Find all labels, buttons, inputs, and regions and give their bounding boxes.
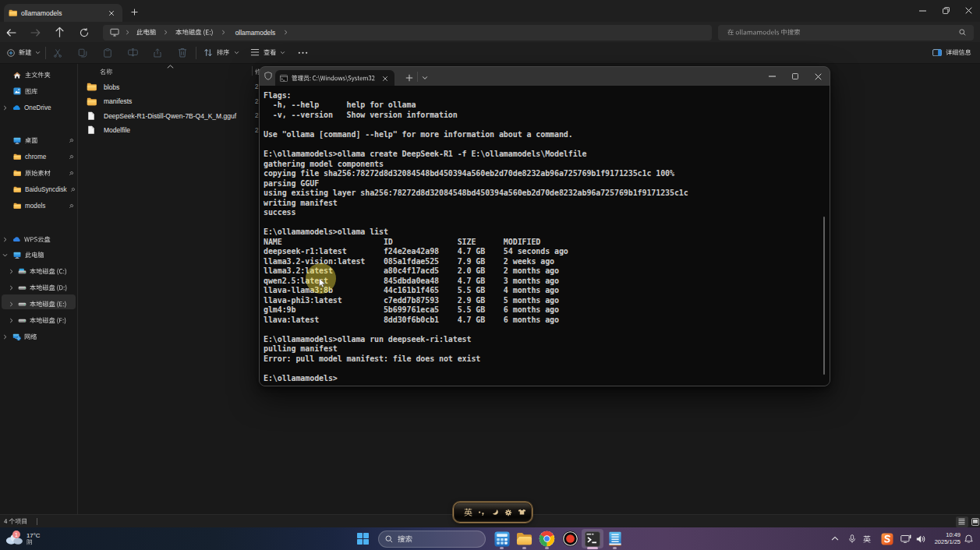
tray-notification-bell[interactable] [961, 531, 975, 547]
taskbar-search-placeholder [398, 535, 412, 543]
terminal-new-tab-button[interactable] [405, 74, 413, 82]
ime-punctuation-icon[interactable] [478, 510, 485, 517]
taskbar-search-box[interactable] [378, 531, 486, 548]
tray-speaker-icon[interactable] [914, 531, 928, 547]
breadcrumb-drive-e[interactable] [175, 29, 213, 35]
bell-icon [964, 534, 973, 544]
sidebar-item-baidusyncdisk[interactable]: BaiduSyncdisk [0, 182, 77, 197]
weather-widget[interactable]: 1 17°C [5, 527, 40, 550]
sidebar-item-drive-d[interactable] [0, 280, 77, 296]
back-arrow-icon [6, 29, 16, 37]
sidebar-item-gallery[interactable] [0, 83, 77, 99]
ime-skin-shirt-icon[interactable] [518, 509, 526, 515]
nav-forward-button[interactable] [27, 24, 44, 41]
details-view-button[interactable] [956, 517, 968, 527]
tray-sogou-icon[interactable] [880, 532, 893, 545]
share-button[interactable] [147, 48, 168, 58]
sidebar-item-wps-cloud[interactable] [0, 231, 77, 247]
tray-microphone-icon[interactable] [845, 531, 858, 547]
tray-clock[interactable]: 10:49 2025/1/25 [929, 531, 961, 547]
window-close-button[interactable] [957, 0, 980, 21]
display-device-icon [900, 534, 911, 543]
taskbar-app-recorder[interactable] [561, 530, 579, 548]
tray-date: 2025/1/25 [929, 538, 961, 546]
breadcrumb-chevron-icon [125, 30, 130, 35]
explorer-sidebar: OneDrive chrome BaiduSyncdisk [0, 64, 77, 514]
sogou-logo-icon [881, 533, 893, 545]
search-box[interactable] [718, 25, 974, 41]
terminal-tab-close-icon[interactable] [382, 76, 388, 82]
sidebar-item-models[interactable]: models [0, 198, 77, 213]
terminal-maximize-button[interactable] [784, 67, 806, 86]
sidebar-item-this-pc[interactable] [0, 248, 77, 263]
sidebar-item-chrome-folder[interactable]: chrome [0, 150, 77, 165]
mouse-cursor [319, 278, 326, 287]
window-minimize-button[interactable] [911, 0, 934, 21]
sidebar-item-onedrive[interactable]: OneDrive [0, 100, 77, 115]
breadcrumb-folder[interactable]: ollamamodels [235, 29, 276, 37]
sidebar-item-drive-c[interactable] [0, 264, 77, 280]
terminal-tab-divider [417, 72, 418, 82]
new-tab-button[interactable] [131, 9, 138, 16]
chevron-right-icon [2, 237, 8, 242]
sidebar-item-raw-materials[interactable] [0, 165, 77, 181]
view-button[interactable] [250, 48, 285, 56]
cut-button[interactable] [48, 48, 68, 58]
delete-button[interactable] [172, 48, 193, 58]
sidebar-item-label [30, 284, 67, 291]
taskbar-app-terminal[interactable] [584, 530, 602, 548]
tab-close-icon[interactable] [108, 10, 115, 16]
taskbar-app-chrome[interactable] [538, 530, 556, 548]
explorer-tab[interactable]: ollamamodels [4, 4, 122, 22]
taskbar-app-notepad[interactable] [606, 530, 624, 548]
chevron-right-icon [2, 334, 8, 340]
column-header-name[interactable] [100, 66, 112, 77]
address-bar[interactable]: ollamamodels [103, 25, 712, 41]
rename-button[interactable] [122, 48, 143, 56]
ime-settings-gear-icon[interactable] [504, 509, 512, 517]
new-button[interactable] [7, 49, 41, 57]
explorer-toolbar [0, 42, 980, 64]
ime-toolbar[interactable] [453, 502, 532, 523]
more-options-button[interactable] [293, 51, 312, 55]
sidebar-item-desktop[interactable] [0, 133, 77, 149]
paste-icon [103, 48, 112, 58]
taskbar-app-calculator[interactable] [493, 530, 511, 548]
column-divider[interactable] [252, 66, 253, 76]
nav-back-button[interactable] [3, 24, 19, 41]
sidebar-item-drive-f[interactable] [0, 313, 77, 329]
nav-up-button[interactable] [51, 24, 68, 41]
sidebar-item-drive-e[interactable] [0, 297, 77, 312]
nav-refresh-button[interactable] [76, 24, 92, 41]
sort-button[interactable] [203, 48, 239, 57]
window-restore-button[interactable] [934, 0, 957, 21]
ime-mode-indicator[interactable] [464, 508, 472, 517]
explorer-navbar: ollamamodels [0, 22, 980, 42]
chrome-icon [539, 531, 555, 547]
terminal-dropdown-icon[interactable] [422, 75, 428, 81]
details-pane-button[interactable] [932, 49, 971, 56]
paste-button[interactable] [97, 48, 118, 58]
file-icon [87, 125, 95, 135]
ime-fullwidth-moon-icon[interactable] [492, 509, 499, 516]
sidebar-item-network[interactable] [0, 330, 77, 345]
sidebar-item-home[interactable] [0, 68, 77, 83]
thumbnail-view-button[interactable] [970, 517, 980, 527]
terminal-minimize-button[interactable] [761, 67, 784, 86]
explorer-tab-title: ollamamodels [21, 9, 62, 17]
file-explorer-icon [516, 532, 532, 545]
tray-ime-language[interactable] [863, 531, 871, 547]
terminal-close-button[interactable] [806, 67, 830, 86]
copy-button[interactable] [73, 48, 93, 58]
tray-display-icon[interactable] [898, 531, 914, 547]
terminal-tab[interactable] [275, 70, 394, 86]
start-button[interactable] [351, 527, 374, 550]
terminal-scrollbar[interactable] [823, 217, 826, 375]
terminal-content[interactable]: Flags: -h, --help help for ollama -v, --… [260, 86, 830, 386]
folder-icon [87, 83, 97, 91]
tray-hidden-icons-chevron[interactable] [828, 531, 842, 547]
breadcrumb-this-pc[interactable] [136, 29, 156, 35]
view-button-label [264, 49, 276, 55]
file-name: blobs [104, 83, 119, 91]
taskbar-app-file-explorer[interactable] [515, 530, 533, 548]
